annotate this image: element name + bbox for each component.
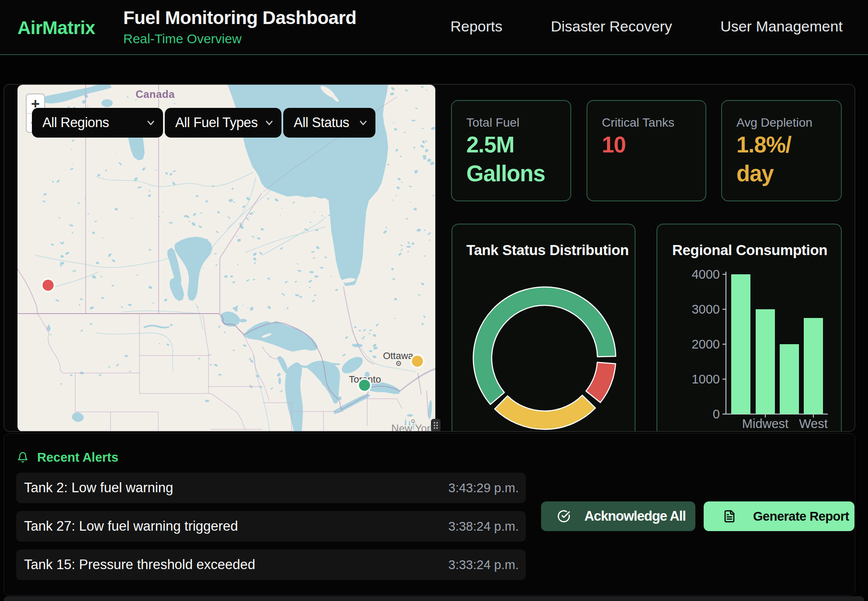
svg-text:Ottawa: Ottawa — [383, 350, 413, 361]
svg-text:0: 0 — [713, 407, 720, 421]
svg-text:West: West — [799, 417, 828, 431]
svg-text:1000: 1000 — [691, 372, 720, 386]
svg-text:3000: 3000 — [691, 302, 720, 316]
svg-text:4000: 4000 — [691, 267, 720, 281]
svg-text:Midwest: Midwest — [742, 417, 788, 431]
svg-text:New York: New York — [391, 422, 435, 432]
svg-text:Canada: Canada — [135, 88, 175, 100]
svg-text:2000: 2000 — [691, 337, 720, 351]
